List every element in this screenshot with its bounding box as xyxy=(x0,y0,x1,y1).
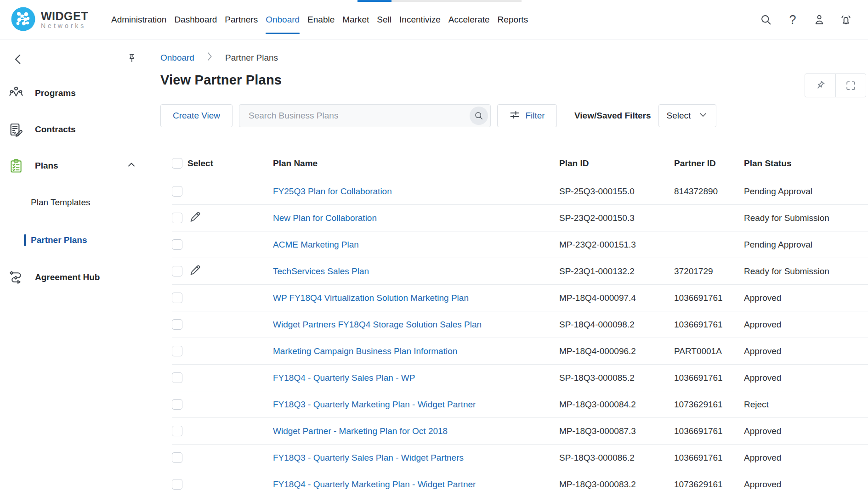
plan-name-link[interactable]: FY18Q4 - Quarterly Marketing Plan - Widg… xyxy=(273,479,476,489)
column-header-partner-id: Partner ID xyxy=(674,158,744,169)
plan-status-cell: Approved xyxy=(744,346,868,356)
plan-name-link[interactable]: ACME Marketing Plan xyxy=(273,240,359,249)
table-row: New Plan for Collaboration SP-23Q2-00015… xyxy=(172,205,868,231)
nav-item-administration[interactable]: Administration xyxy=(111,0,166,39)
nav-item-reports[interactable]: Reports xyxy=(498,0,528,39)
plan-name-link[interactable]: FY18Q4 - Quarterly Sales Plan - WP xyxy=(273,373,415,383)
main-content: Onboard Partner Plans View Partner Plans xyxy=(150,40,868,496)
expand-fullscreen-button[interactable] xyxy=(835,74,866,97)
partner-plans-table: Select Plan Name Plan ID Partner ID Plan… xyxy=(172,149,868,496)
plan-name-link[interactable]: Marketing Campaign Business Plan Informa… xyxy=(273,346,457,356)
row-checkbox[interactable] xyxy=(172,239,182,250)
plan-id-cell: MP-23Q2-000151.3 xyxy=(559,240,674,250)
row-checkbox[interactable] xyxy=(172,266,182,276)
brand-logo[interactable]: WIDGET Networks xyxy=(11,7,88,33)
plan-name-link[interactable]: FY25Q3 Plan for Collaboration xyxy=(273,186,392,196)
plan-name-link[interactable]: WP FY18Q4 Virtualization Solution Market… xyxy=(273,293,469,303)
nav-item-sell[interactable]: Sell xyxy=(377,0,391,39)
table-row: FY18Q4 - Quarterly Marketing Plan - Widg… xyxy=(172,471,868,496)
edit-plan-icon[interactable] xyxy=(188,210,202,224)
column-header-select: Select xyxy=(187,158,273,169)
breadcrumb: Onboard Partner Plans xyxy=(160,51,868,64)
nav-item-incentivize[interactable]: Incentivize xyxy=(399,0,441,39)
sidebar-item-agreement-hub[interactable]: Agreement Hub xyxy=(0,259,150,295)
plan-name-link[interactable]: Widget Partners FY18Q4 Storage Solution … xyxy=(273,320,482,329)
table-row: Widget Partners FY18Q4 Storage Solution … xyxy=(172,311,868,338)
nav-scroll-thumb[interactable] xyxy=(357,0,391,2)
plan-id-cell: SP-23Q1-000132.2 xyxy=(559,266,674,276)
partner-id-cell: 1036691761 xyxy=(674,426,744,436)
brand-name: WIDGET xyxy=(41,10,88,22)
table-row: FY18Q3 - Quarterly Marketing Plan - Widg… xyxy=(172,391,868,418)
search-icon[interactable] xyxy=(760,13,772,26)
column-header-plan-status: Plan Status xyxy=(744,158,868,169)
plan-name-link[interactable]: Widget Partner - Marketing Plan for Oct … xyxy=(273,426,448,436)
help-icon[interactable]: ? xyxy=(786,13,799,26)
sidebar-item-plans[interactable]: Plans xyxy=(0,147,150,184)
row-checkbox[interactable] xyxy=(172,319,182,330)
page-title: View Partner Plans xyxy=(160,73,868,88)
table-row: TechServices Sales Plan SP-23Q1-000132.2… xyxy=(172,258,868,285)
plan-id-cell: MP-18Q4-000096.2 xyxy=(559,346,674,356)
sidebar-item-programs[interactable]: Programs xyxy=(0,75,150,111)
row-checkbox[interactable] xyxy=(172,346,182,356)
plan-name-link[interactable]: New Plan for Collaboration xyxy=(273,213,377,223)
row-checkbox[interactable] xyxy=(172,213,182,223)
saved-filters-select[interactable]: Select xyxy=(658,104,716,127)
search-input[interactable] xyxy=(239,104,491,127)
edit-plan-icon[interactable] xyxy=(188,263,202,277)
nav-item-market[interactable]: Market xyxy=(342,0,369,39)
nav-item-dashboard[interactable]: Dashboard xyxy=(174,0,217,39)
plan-status-cell: Approved xyxy=(744,293,868,303)
page-action-group xyxy=(805,73,866,97)
search-submit-icon[interactable] xyxy=(470,107,488,125)
breadcrumb-link-onboard[interactable]: Onboard xyxy=(160,53,194,63)
table-row: Marketing Campaign Business Plan Informa… xyxy=(172,338,868,365)
row-checkbox[interactable] xyxy=(172,372,182,383)
partner-id-cell: 1036691761 xyxy=(674,373,744,383)
plan-status-cell: Reject xyxy=(744,400,868,410)
row-checkbox[interactable] xyxy=(172,452,182,463)
nav-item-onboard[interactable]: Onboard xyxy=(266,0,300,39)
plan-status-cell: Pending Approval xyxy=(744,186,868,197)
brand-subname: Networks xyxy=(41,22,88,29)
plan-status-cell: Pending Approval xyxy=(744,240,868,250)
create-view-button[interactable]: Create View xyxy=(160,104,233,127)
sidebar-item-label: Programs xyxy=(35,88,76,98)
row-checkbox[interactable] xyxy=(172,399,182,410)
filter-button[interactable]: Filter xyxy=(497,104,557,127)
chevron-down-icon xyxy=(698,110,708,122)
plan-name-link[interactable]: FY18Q3 - Quarterly Marketing Plan - Widg… xyxy=(273,400,476,409)
partner-id-cell: 814372890 xyxy=(674,186,744,197)
pin-sidebar-icon[interactable] xyxy=(126,52,138,66)
sidebar-item-contracts[interactable]: Contracts xyxy=(0,111,150,147)
breadcrumb-current: Partner Plans xyxy=(225,53,278,63)
plan-status-cell: Approved xyxy=(744,479,868,490)
sidebar-item-plan-templates[interactable]: Plan Templates xyxy=(0,184,150,221)
partner-id-cell: 37201729 xyxy=(674,266,744,276)
contracts-icon xyxy=(8,122,24,137)
filter-button-label: Filter xyxy=(525,111,545,121)
select-all-checkbox[interactable] xyxy=(172,158,182,169)
row-checkbox[interactable] xyxy=(172,186,182,197)
pin-page-button[interactable] xyxy=(805,74,835,97)
plan-name-link[interactable]: TechServices Sales Plan xyxy=(273,266,369,276)
nav-item-enable[interactable]: Enable xyxy=(307,0,335,39)
plan-id-cell: SP-23Q2-000150.3 xyxy=(559,213,674,223)
notifications-icon[interactable] xyxy=(840,13,852,26)
plan-status-cell: Approved xyxy=(744,453,868,463)
toolbar: Create View Filter View/Saved Filters S xyxy=(160,104,868,127)
table-row: Widget Partner - Marketing Plan for Oct … xyxy=(172,418,868,445)
nav-item-accelerate[interactable]: Accelerate xyxy=(448,0,490,39)
plan-id-cell: SP-18Q3-000085.2 xyxy=(559,373,674,383)
nav-item-partners[interactable]: Partners xyxy=(225,0,258,39)
collapse-sidebar-button[interactable] xyxy=(11,52,26,67)
row-checkbox[interactable] xyxy=(172,479,182,490)
column-header-plan-name: Plan Name xyxy=(273,158,559,169)
row-checkbox[interactable] xyxy=(172,426,182,436)
plan-name-link[interactable]: FY18Q3 - Quarterly Sales Plan - Widget P… xyxy=(273,453,464,462)
user-icon[interactable] xyxy=(813,13,826,26)
row-checkbox[interactable] xyxy=(172,293,182,303)
sidebar-item-label: Contracts xyxy=(35,124,76,135)
sidebar-item-partner-plans[interactable]: Partner Plans xyxy=(0,221,150,259)
